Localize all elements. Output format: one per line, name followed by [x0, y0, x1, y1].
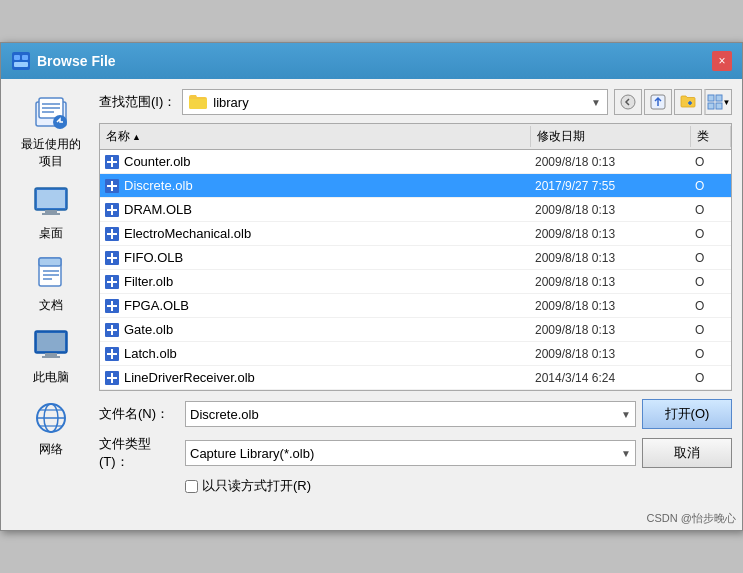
file-list[interactable]: 名称 ▲ 修改日期 类 Counter.olb2009/8/18 0:13O D… — [99, 123, 732, 391]
location-dropdown[interactable]: library ▼ — [182, 89, 608, 115]
svg-rect-41 — [107, 185, 117, 187]
table-row[interactable]: Gate.olb2009/8/18 0:13O — [100, 318, 731, 342]
svg-rect-13 — [42, 213, 60, 215]
file-name: Counter.olb — [124, 154, 191, 169]
file-type: O — [691, 155, 731, 169]
file-type: O — [691, 203, 731, 217]
file-icon — [104, 346, 120, 362]
filename-row: 文件名(N)： Discrete.olb ▼ 打开(O) — [99, 399, 732, 429]
filetype-row: 文件类型(T)： Capture Library(*.olb) ▼ 取消 — [99, 435, 732, 471]
file-name-cell: Gate.olb — [100, 322, 531, 338]
up-button[interactable] — [644, 89, 672, 115]
svg-rect-33 — [716, 95, 722, 101]
filename-input[interactable]: Discrete.olb ▼ — [185, 401, 636, 427]
file-list-header: 名称 ▲ 修改日期 类 — [100, 124, 731, 150]
file-type: O — [691, 275, 731, 289]
location-text: library — [189, 95, 248, 110]
file-type: O — [691, 323, 731, 337]
sidebar-item-recent[interactable]: 最近使用的项目 — [13, 89, 89, 174]
file-icon — [104, 202, 120, 218]
column-header-name[interactable]: 名称 ▲ — [100, 126, 531, 147]
filetype-input[interactable]: Capture Library(*.olb) ▼ — [185, 440, 636, 466]
view-dropdown-arrow: ▼ — [723, 98, 731, 107]
table-row[interactable]: FIFO.OLB2009/8/18 0:13O — [100, 246, 731, 270]
file-icon — [104, 298, 120, 314]
readonly-label[interactable]: 以只读方式打开(R) — [202, 477, 311, 495]
view-icon — [707, 94, 723, 110]
location-label: 查找范围(I)： — [99, 93, 176, 111]
new-folder-button[interactable] — [674, 89, 702, 115]
column-header-type[interactable]: 类 — [691, 126, 731, 147]
close-button[interactable]: × — [712, 51, 732, 71]
recent-icon — [31, 93, 71, 133]
location-value: library — [213, 95, 248, 110]
file-date: 2009/8/18 0:13 — [531, 203, 691, 217]
file-name: DRAM.OLB — [124, 202, 192, 217]
sidebar-item-computer-label: 此电脑 — [33, 369, 69, 386]
main-content: 查找范围(I)： library ▼ — [99, 89, 732, 499]
svg-rect-32 — [708, 95, 714, 101]
file-date: 2009/8/18 0:13 — [531, 227, 691, 241]
svg-rect-0 — [12, 52, 30, 70]
svg-rect-15 — [39, 258, 61, 266]
svg-rect-12 — [45, 210, 57, 213]
filetype-dropdown-arrow: ▼ — [621, 448, 631, 459]
sidebar-item-computer[interactable]: 此电脑 — [13, 322, 89, 390]
table-row[interactable]: Filter.olb2009/8/18 0:13O — [100, 270, 731, 294]
app-icon — [11, 51, 31, 71]
file-name: Gate.olb — [124, 322, 173, 337]
table-row[interactable]: Counter.olb2009/8/18 0:13O — [100, 150, 731, 174]
file-date: 2009/8/18 0:13 — [531, 323, 691, 337]
svg-rect-62 — [107, 353, 117, 355]
browse-file-dialog: Browse File × 最近使用 — [0, 42, 743, 531]
table-row[interactable]: FPGA.OLB2009/8/18 0:13O — [100, 294, 731, 318]
dialog-title: Browse File — [37, 53, 116, 69]
filetype-label: 文件类型(T)： — [99, 435, 179, 471]
toolbar-buttons: ▼ — [614, 89, 732, 115]
desktop-icon — [31, 182, 71, 222]
svg-rect-47 — [107, 233, 117, 235]
table-row[interactable]: Discrete.olb2017/9/27 7:55O — [100, 174, 731, 198]
sidebar-item-desktop-label: 桌面 — [39, 225, 63, 242]
cancel-button[interactable]: 取消 — [642, 438, 732, 468]
file-icon — [104, 154, 120, 170]
back-button[interactable] — [614, 89, 642, 115]
svg-rect-34 — [708, 103, 714, 109]
sidebar-item-documents[interactable]: 文档 — [13, 250, 89, 318]
back-icon — [620, 94, 636, 110]
sidebar-item-documents-label: 文档 — [39, 297, 63, 314]
svg-rect-59 — [107, 329, 117, 331]
file-name: Latch.olb — [124, 346, 177, 361]
svg-rect-21 — [45, 353, 57, 356]
svg-rect-1 — [14, 55, 20, 60]
file-type: O — [691, 347, 731, 361]
sidebar-item-network[interactable]: 网络 — [13, 394, 89, 462]
table-row[interactable]: LineDriverReceiver.olb2014/3/14 6:24O — [100, 366, 731, 390]
view-button[interactable]: ▼ — [704, 89, 732, 115]
svg-rect-50 — [107, 257, 117, 259]
readonly-checkbox[interactable] — [185, 480, 198, 493]
svg-rect-56 — [107, 305, 117, 307]
sidebar-item-recent-label: 最近使用的项目 — [17, 136, 85, 170]
file-name-cell: ElectroMechanical.olb — [100, 226, 531, 242]
sidebar-item-network-label: 网络 — [39, 441, 63, 458]
folder-icon — [189, 95, 207, 109]
table-row[interactable]: Latch.olb2009/8/18 0:13O — [100, 342, 731, 366]
file-name-cell: Counter.olb — [100, 154, 531, 170]
title-bar: Browse File × — [1, 43, 742, 79]
column-header-date[interactable]: 修改日期 — [531, 126, 691, 147]
sidebar-item-desktop[interactable]: 桌面 — [13, 178, 89, 246]
table-row[interactable]: ElectroMechanical.olb2009/8/18 0:13O — [100, 222, 731, 246]
file-type: O — [691, 227, 731, 241]
open-button[interactable]: 打开(O) — [642, 399, 732, 429]
file-name-cell: FIFO.OLB — [100, 250, 531, 266]
file-name: FIFO.OLB — [124, 250, 183, 265]
svg-rect-44 — [107, 209, 117, 211]
table-row[interactable]: DRAM.OLB2009/8/18 0:13O — [100, 198, 731, 222]
file-type: O — [691, 371, 731, 385]
file-name-cell: Filter.olb — [100, 274, 531, 290]
bottom-area: 文件名(N)： Discrete.olb ▼ 打开(O) 文件类型(T)： Ca… — [99, 399, 732, 499]
file-rows: Counter.olb2009/8/18 0:13O Discrete.olb2… — [100, 150, 731, 390]
file-name: Filter.olb — [124, 274, 173, 289]
svg-rect-65 — [107, 377, 117, 379]
